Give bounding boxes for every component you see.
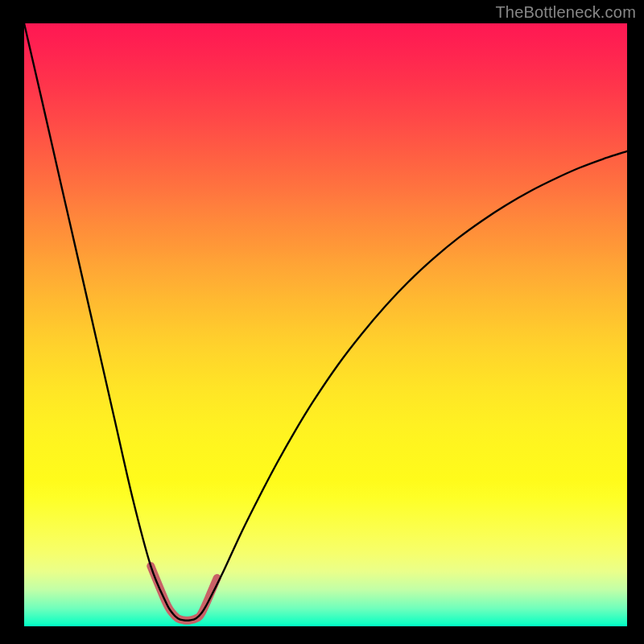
- chart-svg: [0, 0, 644, 644]
- plot-background: [24, 23, 627, 626]
- chart-stage: TheBottleneck.com: [0, 0, 644, 644]
- watermark-text: TheBottleneck.com: [495, 3, 636, 22]
